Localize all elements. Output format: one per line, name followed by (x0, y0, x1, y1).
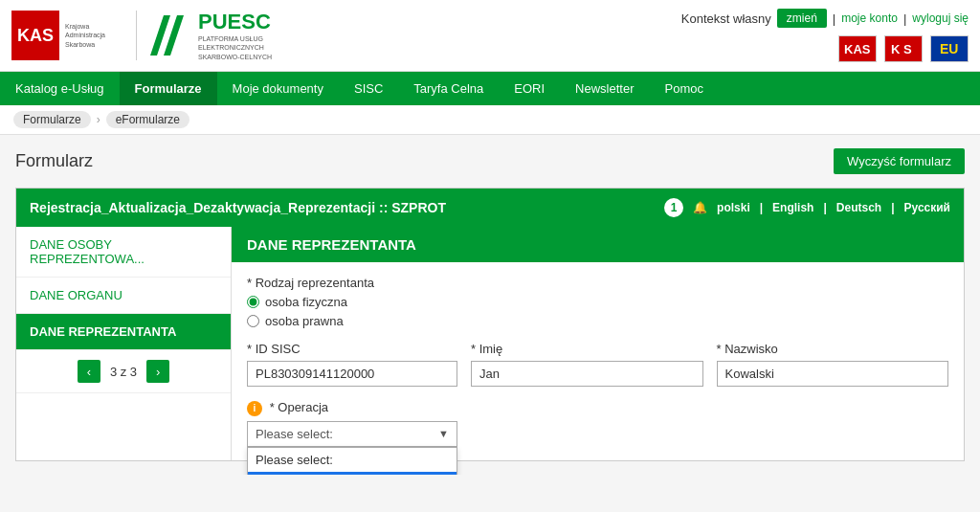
lang-sep3: | (891, 201, 894, 214)
puesc-desc: PLATFORMA USŁUG ELEKTRONICZNYCH SKARBOWO… (198, 34, 272, 60)
link-separator2: | (903, 11, 906, 26)
context-label: Kontekst własny (681, 11, 771, 26)
svg-text:EU: EU (940, 41, 958, 56)
moje-konto-link[interactable]: moje konto (841, 11, 898, 25)
zmien-button[interactable]: zmień (777, 9, 827, 28)
nav-next-button[interactable]: › (146, 360, 169, 383)
imie-col: * Imię (471, 342, 703, 387)
operacja-info-icon: i (247, 401, 262, 416)
dropdown-item-please-select[interactable]: Please select: (248, 448, 457, 472)
nav-moje-dokumenty[interactable]: Moje dokumenty (217, 72, 339, 105)
nav-taryfa[interactable]: Taryfa Celna (398, 72, 499, 105)
main-panel-body: * Rodzaj reprezentanta osoba fizyczna os… (232, 262, 964, 460)
operacja-dropdown-menu: Please select: Dodaj Aktualizuj (247, 447, 457, 475)
logos-row: KAS K S EU (838, 35, 969, 62)
lang-current: polski (717, 201, 750, 214)
nav-newsletter[interactable]: Newsletter (560, 72, 649, 105)
id-sisc-col: * ID SISC (247, 342, 457, 387)
radio-osoba-fizyczna[interactable] (247, 296, 259, 308)
form-title: Rejestracja_Aktualizacja_Dezaktywacja_Re… (30, 200, 446, 215)
context-row: Kontekst własny zmień | moje konto | wyl… (681, 9, 969, 28)
nazwisko-input[interactable] (717, 361, 949, 387)
radio-osoba-prawna[interactable] (247, 315, 259, 327)
imie-label: * Imię (471, 342, 703, 356)
kas-description: Krajowa Administracja Skarbowa (65, 22, 122, 48)
bell-icon: 🔔 (693, 201, 707, 214)
breadcrumb-formularze[interactable]: Formularze (13, 111, 91, 128)
sidebar-item-dane-organu[interactable]: DANE ORGANU (16, 278, 231, 314)
operacja-select-button[interactable]: Please select: ▼ (247, 421, 457, 447)
nazwisko-col: * Nazwisko (717, 342, 949, 387)
operacja-label: i * Operacja (247, 400, 948, 416)
svg-text:KAS: KAS (844, 42, 871, 56)
main-nav: Katalog e-Usług Formularze Moje dokument… (0, 72, 980, 105)
nav-katalog[interactable]: Katalog e-Usług (0, 72, 120, 105)
operacja-select-wrapper: Please select: ▼ Please select: Dodaj Ak… (247, 421, 457, 447)
nav-sisc[interactable]: SISC (339, 72, 398, 105)
form-body: DANE OSOBY REPREZENTOWA... DANE ORGANU D… (16, 227, 964, 460)
clear-form-button[interactable]: Wyczyść formularz (834, 148, 965, 174)
nav-page-indicator: 3 z 3 (110, 365, 137, 379)
wyloguj-link[interactable]: wyloguj się (912, 11, 969, 25)
lang-separator: | (760, 201, 763, 214)
mini-logo-kas1: KAS (838, 35, 877, 62)
mini-logo-kas2: K S (884, 35, 923, 62)
lang-russian[interactable]: Русский (904, 201, 951, 214)
form-header: Rejestracja_Aktualizacja_Dezaktywacja_Re… (16, 189, 964, 227)
lang-sep2: | (823, 201, 826, 214)
radio-osoba-fizyczna-row[interactable]: osoba fizyczna (247, 295, 948, 309)
puesc-logo: PUESC PLATFORMA USŁUG ELEKTRONICZNYCH SK… (150, 10, 272, 60)
sidebar-nav: ‹ 3 z 3 › (16, 350, 231, 393)
mini-logo-eu: EU (930, 35, 969, 62)
breadcrumb-separator: › (97, 113, 100, 126)
nazwisko-label: * Nazwisko (717, 342, 949, 356)
form-badge: 1 (664, 198, 683, 217)
form-container: Rejestracja_Aktualizacja_Dezaktywacja_Re… (15, 188, 965, 461)
sidebar-panel: DANE OSOBY REPREZENTOWA... DANE ORGANU D… (16, 227, 232, 460)
nav-pomoc[interactable]: Pomoc (650, 72, 719, 105)
dropdown-arrow-icon: ▼ (438, 428, 449, 439)
rodzaj-label: * Rodzaj reprezentanta (247, 276, 948, 290)
nav-prev-button[interactable]: ‹ (78, 360, 100, 383)
nav-eori[interactable]: EORI (499, 72, 560, 105)
radio-osoba-prawna-label: osoba prawna (265, 314, 344, 328)
rodzaj-group: * Rodzaj reprezentanta osoba fizyczna os… (247, 276, 948, 328)
puesc-text: PUESC PLATFORMA USŁUG ELEKTRONICZNYCH SK… (198, 10, 272, 60)
dropdown-item-dodaj[interactable]: Dodaj (248, 472, 457, 475)
form-header-right: 1 🔔 polski | English | Deutsch | Русский (664, 198, 950, 217)
breadcrumb: Formularze › eFormularze (0, 105, 980, 135)
page-area: Formularz Wyczyść formularz Rejestracja_… (0, 135, 980, 475)
puesc-icon (150, 15, 190, 56)
main-panel-header: DANE REPREZENTANTA (232, 227, 964, 262)
svg-text:K S: K S (891, 42, 912, 56)
kas-letters: KAS (17, 26, 54, 46)
sidebar-item-dane-osoby[interactable]: DANE OSOBY REPREZENTOWA... (16, 227, 231, 278)
lang-deutsch[interactable]: Deutsch (836, 201, 881, 214)
id-sisc-label: * ID SISC (247, 342, 457, 356)
sidebar-item-dane-reprezentanta[interactable]: DANE REPREZENTANTA (16, 314, 231, 350)
id-sisc-input[interactable] (247, 361, 457, 387)
radio-osoba-prawna-row[interactable]: osoba prawna (247, 314, 948, 328)
puesc-name: PUESC (198, 10, 272, 34)
id-imie-nazwisko-row: * ID SISC * Imię * Nazwisko (247, 342, 948, 387)
link-separator: | (833, 11, 835, 26)
select-display-value: Please select: (256, 427, 333, 441)
nav-formularze[interactable]: Formularze (120, 72, 217, 105)
kas-logo: KAS Krajowa Administracja Skarbowa (11, 11, 137, 60)
main-panel: DANE REPREZENTANTA * Rodzaj reprezentant… (232, 227, 964, 460)
page-title-row: Formularz Wyczyść formularz (15, 148, 965, 174)
imie-input[interactable] (471, 361, 703, 387)
lang-english[interactable]: English (772, 201, 813, 214)
top-right: Kontekst własny zmień | moje konto | wyl… (681, 9, 969, 62)
top-header: KAS Krajowa Administracja Skarbowa PUESC… (0, 0, 980, 72)
operacja-group: i * Operacja Please select: ▼ Please sel… (247, 400, 948, 447)
breadcrumb-eformularze[interactable]: eFormularze (106, 111, 189, 128)
radio-group: osoba fizyczna osoba prawna (247, 295, 948, 328)
radio-osoba-fizyczna-label: osoba fizyczna (265, 295, 347, 309)
kas-box: KAS (11, 11, 59, 60)
page-title: Formularz (15, 151, 93, 171)
